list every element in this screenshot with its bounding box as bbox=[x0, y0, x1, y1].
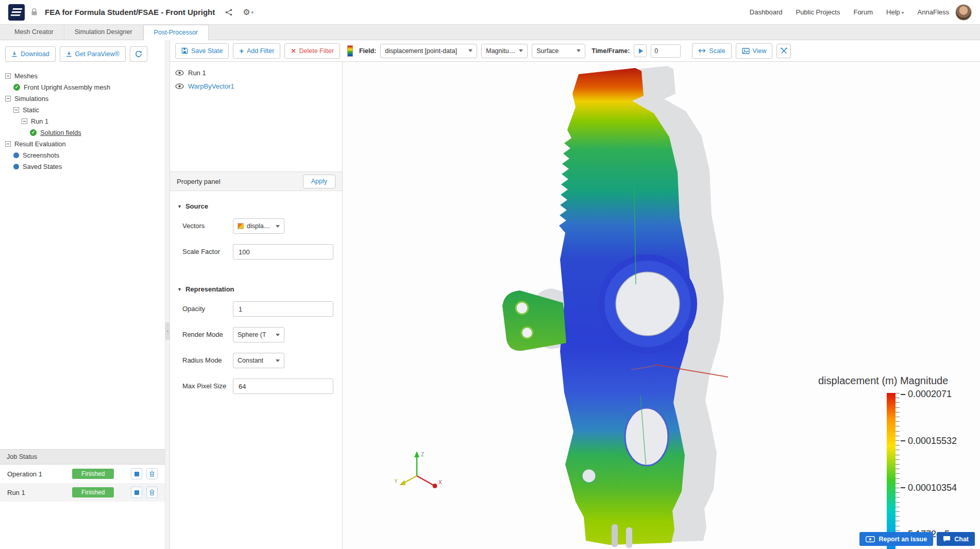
lock-icon bbox=[31, 8, 38, 16]
collapse-triangle-icon: ▼ bbox=[177, 287, 182, 292]
job-row: Run 1 Finished bbox=[0, 483, 165, 502]
opacity-input[interactable] bbox=[233, 301, 333, 317]
render-mode-select[interactable]: Sphere (T bbox=[233, 327, 284, 342]
x-icon: ✕ bbox=[291, 48, 296, 54]
workflow-tab[interactable]: Mesh Creator bbox=[4, 25, 64, 40]
collapse-icon bbox=[5, 96, 11, 101]
job-status-panel: Job Status Operation 1 Finished bbox=[0, 449, 165, 502]
check-icon bbox=[13, 84, 20, 91]
pipeline-item[interactable]: Run 1 bbox=[175, 66, 342, 79]
refresh-icon bbox=[135, 50, 142, 58]
collapse-icon bbox=[13, 107, 19, 113]
viewport-canvas[interactable]: Z X Y displacement (m) Magnitude bbox=[343, 62, 980, 549]
tree-item[interactable]: Simulations bbox=[0, 93, 165, 104]
simulation-tree: Meshes Front Upright Assembly mesh Simul… bbox=[0, 67, 165, 172]
collapse-icon bbox=[5, 141, 11, 147]
play-icon bbox=[639, 48, 643, 54]
workflow-tab[interactable]: Post-Processor bbox=[143, 25, 209, 40]
tree-item[interactable]: Meshes bbox=[0, 70, 165, 81]
filter-panel: Run 1 WarpByVector1 Property panel Apply bbox=[170, 62, 343, 549]
legend-title: displacement (m) Magnitude bbox=[818, 375, 969, 387]
job-name: Run 1 bbox=[7, 489, 68, 496]
radius-mode-label: Radius Mode bbox=[182, 356, 233, 365]
render-mode-label: Render Mode bbox=[182, 331, 233, 339]
delete-filter-button[interactable]: ✕ Delete Filter bbox=[284, 43, 340, 59]
nav-link[interactable]: Forum bbox=[853, 8, 873, 16]
representation-select[interactable]: Surface bbox=[532, 44, 585, 58]
property-panel-title: Property panel bbox=[177, 178, 221, 185]
apply-button[interactable]: Apply bbox=[303, 175, 335, 188]
collapse-sidebar-handle[interactable]: ‹ bbox=[165, 322, 170, 340]
representation-section-toggle[interactable]: ▼ Representation bbox=[177, 285, 335, 293]
tree-item-label: Result Evaluation bbox=[14, 140, 66, 148]
collapse-icon bbox=[22, 118, 27, 124]
share-icon[interactable] bbox=[225, 9, 232, 16]
trash-icon bbox=[149, 489, 155, 496]
app-logo[interactable] bbox=[8, 4, 25, 21]
view-button[interactable]: View bbox=[736, 43, 773, 59]
download-button[interactable]: Download bbox=[5, 46, 56, 62]
time-frame-input[interactable] bbox=[651, 44, 681, 58]
workflow-tab[interactable]: Simulation Designer bbox=[64, 25, 143, 40]
legend-tick-label: 0.0002071 bbox=[901, 389, 957, 400]
color-map-icon[interactable] bbox=[347, 45, 353, 57]
stop-job-button[interactable] bbox=[131, 468, 142, 479]
tree-item[interactable]: Solution fields bbox=[0, 127, 165, 138]
chat-button[interactable]: Chat bbox=[937, 532, 975, 546]
max-pixel-size-label: Max Pixel Size bbox=[182, 382, 233, 390]
viewport-actions: Report an issue Chat bbox=[859, 532, 975, 546]
pipeline-item-label: Run 1 bbox=[188, 69, 206, 77]
pipeline-item[interactable]: WarpByVector1 bbox=[175, 79, 342, 93]
nav-link[interactable]: Dashboard bbox=[750, 8, 783, 16]
refresh-button[interactable] bbox=[130, 46, 147, 62]
legend-minor-ticks bbox=[895, 393, 900, 549]
tree-item[interactable]: Run 1 bbox=[0, 115, 165, 127]
delete-job-button[interactable] bbox=[146, 468, 158, 479]
tree-item[interactable]: Screenshots bbox=[0, 149, 165, 161]
nav-link[interactable]: AnnaFless bbox=[918, 8, 949, 16]
visibility-eye-icon[interactable] bbox=[175, 70, 184, 76]
user-avatar[interactable] bbox=[955, 4, 972, 21]
project-sidebar: Download Get ParaView® Meshes Front Upri bbox=[0, 40, 165, 549]
tree-item[interactable]: Result Evaluation bbox=[0, 138, 165, 149]
save-state-button[interactable]: Save State bbox=[175, 43, 229, 59]
interaction-tools-button[interactable] bbox=[776, 44, 791, 58]
job-row: Operation 1 Finished bbox=[0, 465, 165, 483]
tree-item[interactable]: Front Upright Assembly mesh bbox=[0, 81, 165, 93]
legend-tick-label: 0.00015532 bbox=[901, 436, 957, 447]
tick-mark-icon bbox=[901, 487, 905, 488]
job-status-list: Operation 1 Finished Run 1 Finished bbox=[0, 465, 165, 502]
delete-job-button[interactable] bbox=[146, 487, 158, 498]
dot-icon bbox=[13, 164, 19, 169]
field-label: Field: bbox=[359, 47, 376, 55]
tick-mark-icon bbox=[901, 440, 905, 441]
field-select[interactable]: displacement [point-data] bbox=[380, 44, 477, 58]
tree-item-label: Front Upright Assembly mesh bbox=[24, 83, 110, 91]
vector-field-icon bbox=[238, 223, 244, 229]
scale-factor-label: Scale Factor bbox=[182, 248, 233, 256]
settings-gear-icon[interactable]: ⚙▾ bbox=[243, 7, 254, 17]
visibility-eye-icon[interactable] bbox=[175, 83, 184, 89]
scale-factor-input[interactable] bbox=[233, 244, 333, 260]
stop-icon bbox=[134, 472, 139, 476]
scale-button[interactable]: Scale bbox=[692, 43, 731, 59]
radius-mode-select[interactable]: Constant bbox=[233, 353, 284, 368]
nav-link[interactable]: Public Projects bbox=[796, 8, 840, 16]
get-paraview-button[interactable]: Get ParaView® bbox=[60, 46, 126, 62]
axis-triad: Z X Y bbox=[390, 449, 447, 498]
panel-splitter[interactable]: ‹ bbox=[165, 40, 170, 549]
tree-item[interactable]: Static bbox=[0, 104, 165, 115]
play-button[interactable] bbox=[634, 44, 647, 57]
nav-link[interactable]: Help bbox=[886, 8, 904, 16]
add-filter-button[interactable]: + Add Filter bbox=[233, 43, 280, 59]
vectors-select[interactable]: displacem bbox=[233, 218, 284, 234]
tree-item-label: Solution fields bbox=[40, 129, 81, 136]
stop-job-button[interactable] bbox=[131, 487, 142, 498]
report-eye-icon bbox=[866, 536, 875, 542]
source-section-toggle[interactable]: ▼ Source bbox=[177, 202, 335, 210]
color-legend: displacement (m) Magnitude 0.0002071 bbox=[818, 375, 969, 549]
tree-item[interactable]: Saved States bbox=[0, 161, 165, 172]
component-select[interactable]: Magnitude bbox=[481, 44, 528, 58]
report-issue-button[interactable]: Report an issue bbox=[859, 532, 933, 546]
max-pixel-size-input[interactable] bbox=[233, 379, 333, 394]
